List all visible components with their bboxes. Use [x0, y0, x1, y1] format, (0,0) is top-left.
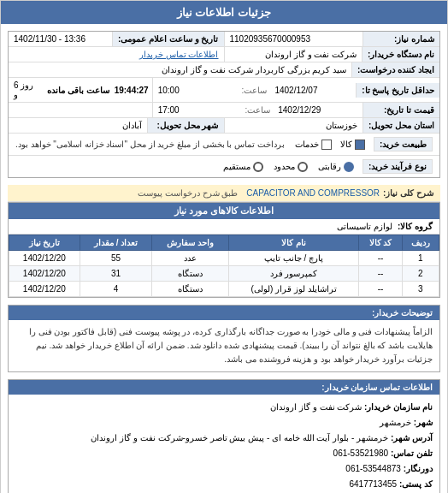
description-box: توضیحات خریدار: الزاماً پیشنهادات فنی و …	[8, 305, 440, 372]
contact-address-label: آدرس شهر:	[391, 433, 433, 443]
table-cell-name: پارچ / جانب تایپ	[228, 251, 359, 266]
radio-raqabati-circle[interactable]	[344, 162, 354, 172]
contact-fax-label: دورنگار:	[404, 464, 433, 473]
page-header: جزئیات اطلاعات نیاز	[1, 1, 447, 24]
radio-raqabati[interactable]: رقابتی	[318, 162, 354, 172]
contact-phone-value: 53521980-061	[333, 448, 389, 458]
order-info-section: شماره نیاز: 11020935670000953 تاریخ و سا…	[8, 31, 440, 178]
buyer-name-value: شرکت نفت و گاز اروندان	[225, 47, 363, 62]
radio-raqabati-label: رقابتی	[318, 162, 341, 171]
delivery-end-time: 17:00	[153, 103, 243, 117]
delivery-start-date: 1402/12/07	[269, 83, 356, 98]
contact-section: اطلاعات تماس سازمان خریدار: نام سازمان خ…	[8, 379, 440, 493]
subject-note: طبق شرح درخواست پیوست	[138, 188, 238, 198]
contact-postal-value: 6417713455	[349, 479, 397, 489]
checkbox-khadamat[interactable]: خدمات	[295, 140, 332, 150]
delivery-start-time: 10:00	[153, 83, 239, 98]
order-type-label: طبیعت خرید:	[374, 137, 433, 151]
radio-mahdud-label: محدود	[274, 162, 295, 171]
payment-note: برداخت تماس با بخشی از مبلغ خرید از محل …	[15, 140, 285, 149]
table-cell-unit: دستگاه	[152, 266, 228, 282]
table-cell-qty: 55	[80, 251, 152, 266]
contact-city-label: شهر:	[414, 418, 433, 427]
checkbox-kala-box[interactable]	[355, 140, 365, 150]
radio-mahdud-circle[interactable]	[298, 162, 308, 172]
radio-mahdud[interactable]: محدود	[274, 162, 308, 172]
contact-postal-label: کد پستی:	[399, 479, 433, 489]
checkbox-kala-label: کالا	[340, 140, 352, 149]
col-code: کد کالا	[359, 235, 402, 251]
group-row: گروه کالا: لوازم تاسیساتی	[9, 219, 439, 235]
buyer-name-label: نام دستگاه خریدار:	[362, 47, 439, 62]
contact-title: اطلاعات تماس سازمان خریدار:	[9, 380, 439, 395]
contact-fax-value: 53544873-061	[345, 464, 401, 473]
table-cell-date: 1402/12/20	[9, 266, 80, 282]
order-type-checkboxes: کالا خدمات	[295, 140, 365, 150]
table-cell-unit: عدد	[152, 251, 228, 266]
contact-link[interactable]: اطلاعات تماس خریدار	[9, 47, 224, 62]
product-group-label: گروه کالا:	[398, 222, 433, 231]
radio-mostaghim-label: مستقیم	[223, 162, 251, 171]
table-cell-name: کمپرسور فرد	[228, 266, 359, 282]
col-qty: تعداد / مقدار	[80, 235, 152, 251]
subject-title: شرح کلی نیاز:	[383, 188, 433, 198]
radio-mostaghim-circle[interactable]	[253, 162, 263, 172]
delivery-start-label: حداقل تاریخ پاسخ تا:	[356, 83, 439, 98]
product-group-section-title: اطلاعات کالاهای مورد نیاز	[9, 203, 439, 219]
contact-company-label: نام سازمان خریدار:	[364, 402, 433, 412]
checkbox-kala[interactable]: کالا	[340, 140, 365, 150]
contact-address-value: خرمشهر - بلوار آیت الله خامه ای - پیش بی…	[91, 433, 388, 443]
table-cell-row: 1	[402, 251, 439, 266]
col-name: نام کالا	[228, 235, 359, 251]
delivery-end-label: قیمت تا تاریخ:	[363, 103, 439, 117]
description-content: الزاماً پیشنهادات فنی و مالی خودرا به صو…	[9, 320, 439, 371]
contact-company-value: شرکت نفت و گاز اروندان	[270, 402, 362, 412]
product-group-value: لوازم تاسیساتی	[337, 222, 392, 231]
delivery-city-value: آبادان	[9, 118, 147, 133]
table-cell-row: 2	[402, 266, 439, 282]
contact-phone: تلفن تماس: 53521980-061	[15, 446, 433, 461]
table-cell-code: --	[359, 282, 402, 297]
contact-address: آدرس شهر: خرمشهر - بلوار آیت الله خامه ا…	[15, 431, 433, 446]
sender-label: ایجاد کننده درخواست:	[351, 62, 439, 77]
delivery-city-label: شهر محل تحویل:	[147, 118, 224, 133]
col-unit: واحد سفارش	[152, 235, 228, 251]
delivery-location-label: استان محل تحویل:	[363, 118, 439, 133]
order-number-value: 11020935670000953	[225, 32, 363, 46]
time-label-1: ساعت:	[239, 83, 270, 98]
order-method-label: نوع فرآیند خرید:	[363, 159, 433, 174]
table-cell-unit: دستگاه	[152, 282, 228, 297]
table-cell-code: --	[359, 251, 402, 266]
col-row: ردیف	[402, 235, 439, 251]
checkbox-khadamat-label: خدمات	[295, 140, 319, 149]
table-cell-qty: 31	[80, 266, 152, 282]
table-cell-qty: 4	[80, 282, 152, 297]
contact-content: نام سازمان خریدار: شرکت نفت و گاز اروندا…	[9, 395, 439, 493]
page-title: جزئیات اطلاعات نیاز	[177, 6, 271, 19]
contact-phone-label: تلفن تماس:	[391, 448, 433, 458]
col-date: تاریخ نیاز	[9, 235, 80, 251]
table-cell-code: --	[359, 266, 402, 282]
radio-mostaghim[interactable]: مستقیم	[223, 162, 263, 172]
contact-city-value: خرمشهر	[380, 418, 411, 427]
page-container: جزئیات اطلاعات نیاز شماره نیاز: 11020935…	[0, 0, 448, 493]
order-method-radios: رقابتی محدود مستقیم	[223, 162, 354, 172]
contact-postal: کد پستی: 6417713455	[15, 477, 433, 492]
table-cell-date: 1402/12/20	[9, 282, 80, 297]
sender-value: سید کریم بزرگی کاربردار شرکت نفت و گاز ا…	[9, 62, 351, 77]
table-cell-row: 3	[402, 282, 439, 297]
table-cell-date: 1402/12/20	[9, 251, 80, 266]
time-label-2: ساعت:	[242, 103, 273, 117]
checkbox-khadamat-box[interactable]	[321, 140, 332, 150]
contact-city: شهر: خرمشهر	[15, 415, 433, 431]
subject-value: CAPACITOR AND COMPRESSOR	[246, 188, 380, 198]
description-title: توضیحات خریدار:	[9, 306, 439, 320]
remaining-label: 19:44:27 ساعت باقی مانده	[44, 83, 151, 98]
order-date-label: تاریخ و ساعت اعلام عمومی:	[112, 32, 223, 46]
subject-row: شرح کلی نیاز: CAPACITOR AND COMPRESSOR ط…	[8, 185, 440, 202]
table-row: 3--تراشایلد لوز قرار (لولی)دستگاه41402/1…	[9, 282, 439, 297]
table-row: 1--پارچ / جانب تایپعدد551402/12/20	[9, 251, 439, 266]
order-date-value: 1402/11/30 - 13:36	[9, 32, 112, 46]
table-cell-name: تراشایلد لوز قرار (لولی)	[228, 282, 359, 297]
remaining-days: 6 روز و	[9, 78, 44, 102]
